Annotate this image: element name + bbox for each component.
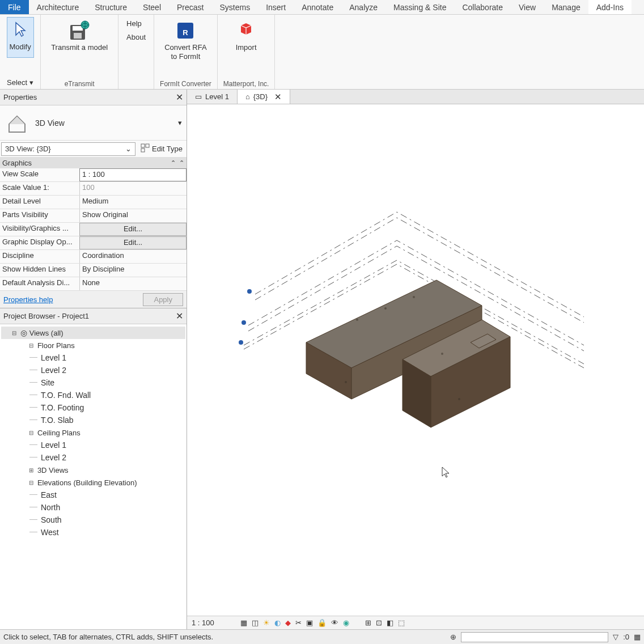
vb-shadows-icon[interactable]: ◐	[274, 618, 281, 627]
properties-close-icon[interactable]: ✕	[176, 92, 183, 103]
apply-button[interactable]: Apply	[143, 293, 183, 306]
viewport[interactable]	[187, 104, 644, 616]
prop-parts-visibility-value[interactable]: Show Original	[79, 209, 187, 222]
vb-highlight-icon[interactable]: ◧	[387, 618, 393, 627]
tree-ceiling-level-2[interactable]: Level 2	[1, 451, 185, 464]
properties-grid: View Scale1 : 100 Scale Value 1:100 Deta…	[0, 168, 187, 291]
prop-visibility-graphics-button[interactable]: Edit...	[79, 223, 187, 236]
vb-crop-region-icon[interactable]: ▣	[306, 618, 313, 627]
tree-ceiling-level-1[interactable]: Level 1	[1, 439, 185, 451]
tree-level-1[interactable]: Level 1	[1, 351, 185, 364]
browser-close-icon[interactable]: ✕	[176, 311, 183, 321]
status-hint: Click to select, TAB for alternates, CTR…	[3, 633, 213, 641]
tree-to-footing[interactable]: T.O. Footing	[1, 401, 185, 414]
properties-footer: Properties help Apply	[0, 291, 187, 308]
content-area: Properties ✕ 3D View ▾ 3D View: {3D} ⌄	[0, 90, 644, 629]
vb-temporary-icon[interactable]: 👁	[331, 618, 338, 627]
tree-south[interactable]: South	[1, 514, 185, 526]
status-input[interactable]	[461, 632, 608, 642]
vb-crop-icon[interactable]: ✂	[295, 618, 302, 627]
tree-north[interactable]: North	[1, 501, 185, 514]
tree-level-2[interactable]: Level 2	[1, 364, 185, 376]
matterport-icon	[236, 20, 256, 41]
tree-to-slab[interactable]: T.O. Slab	[1, 414, 185, 426]
vb-reveal-icon[interactable]: ◉	[343, 618, 349, 627]
tree-elevations[interactable]: ⊟ Elevations (Building Elevation)	[1, 476, 185, 489]
browser-title: Project Browser - Project1	[3, 312, 89, 320]
menu-view[interactable]: View	[511, 0, 544, 14]
select-dropdown[interactable]: Select▾	[3, 77, 37, 88]
worksets-icon[interactable]: ⊕	[450, 633, 456, 641]
view-control-bar: 1 : 100 ▦ ◫ ☀ ◐ ◆ ✂ ▣ 🔒 👁 ◉ ⊞ ⊡ ◧ ⬚	[187, 616, 644, 629]
prop-visibility-graphics-name: Visibility/Graphics ...	[0, 223, 79, 236]
tree-east[interactable]: East	[1, 489, 185, 501]
menu-architecture[interactable]: Architecture	[29, 0, 87, 14]
menu-systems[interactable]: Systems	[211, 0, 258, 14]
browser-tree: ⊟ ◎ Views (all) ⊟ Floor Plans Level 1 Le…	[0, 324, 187, 541]
prop-analysis-display-name: Default Analysis Di...	[0, 277, 79, 290]
svg-rect-6	[141, 144, 145, 147]
menu-analyze[interactable]: Analyze	[341, 0, 385, 14]
tree-views-all[interactable]: ⊟ ◎ Views (all)	[1, 327, 185, 339]
svg-point-20	[384, 307, 387, 310]
menu-structure[interactable]: Structure	[87, 0, 135, 14]
tree-3d-views[interactable]: ⊞ 3D Views	[1, 464, 185, 476]
vb-displacement-icon[interactable]: ⬚	[398, 618, 405, 627]
menu-add-ins[interactable]: Add-Ins	[588, 0, 632, 14]
menu-massing-site[interactable]: Massing & Site	[385, 0, 454, 14]
tree-ceiling-plans[interactable]: ⊟ Ceiling Plans	[1, 426, 185, 439]
menu-manage[interactable]: Manage	[544, 0, 588, 14]
menu-insert[interactable]: Insert	[258, 0, 294, 14]
menu-file[interactable]: File	[0, 0, 29, 14]
browser-header: Project Browser - Project1 ✕	[0, 308, 187, 324]
prop-hidden-lines-name: Show Hidden Lines	[0, 264, 79, 277]
menu-annotate[interactable]: Annotate	[294, 0, 341, 14]
vb-model-icon[interactable]: ◫	[252, 618, 259, 627]
vb-render-icon[interactable]: ◆	[285, 618, 291, 627]
tree-west[interactable]: West	[1, 526, 185, 539]
instance-selector[interactable]: 3D View: {3D} ⌄	[1, 142, 135, 156]
edit-type-button[interactable]: Edit Type	[137, 142, 187, 156]
select-options-icon[interactable]: ▦	[634, 633, 641, 641]
prop-detail-level-value[interactable]: Medium	[79, 196, 187, 209]
prop-discipline-value[interactable]: Coordination	[79, 250, 187, 263]
modify-label: Modify	[9, 43, 31, 52]
floppy-globe-icon	[69, 20, 90, 41]
prop-hidden-lines-value[interactable]: By Discipline	[79, 264, 187, 277]
import-button[interactable]: Import	[231, 18, 261, 54]
vb-lock-icon[interactable]: 🔒	[317, 618, 327, 627]
graphics-section-header[interactable]: Graphics ⌃ ⌃	[0, 158, 187, 168]
tab-3d[interactable]: ⌂ {3D} ✕	[238, 90, 290, 104]
tab-level-1[interactable]: ▭ Level 1	[187, 90, 238, 104]
menu-collaborate[interactable]: Collaborate	[454, 0, 511, 14]
vb-constraints-icon[interactable]: ⊡	[376, 618, 382, 627]
svg-point-10	[242, 320, 246, 325]
filter-icon[interactable]: ▽	[613, 633, 618, 641]
about-button[interactable]: About	[124, 32, 148, 43]
tree-floor-plans[interactable]: ⊟ Floor Plans	[1, 339, 185, 351]
prop-view-scale-value[interactable]: 1 : 100	[79, 168, 187, 181]
house-icon	[5, 111, 29, 135]
prop-analysis-display-value[interactable]: None	[79, 277, 187, 290]
help-button[interactable]: Help	[124, 18, 148, 29]
menu-steel[interactable]: Steel	[135, 0, 169, 14]
vb-analytical-icon[interactable]: ⊞	[365, 618, 371, 627]
tab-close-icon[interactable]: ✕	[274, 92, 282, 102]
vb-sun-icon[interactable]: ☀	[263, 618, 270, 627]
vb-detail-icon[interactable]: ▦	[240, 618, 247, 627]
import-label: Import	[236, 43, 257, 52]
transmit-model-button[interactable]: Transmit a model	[46, 18, 112, 54]
modify-button[interactable]: Modify	[7, 17, 34, 58]
menu-precast[interactable]: Precast	[169, 0, 211, 14]
convert-rfa-button[interactable]: R Convert RFA to FormIt	[160, 18, 211, 63]
cursor-icon	[10, 20, 31, 40]
tree-to-fnd-wall[interactable]: T.O. Fnd. Wall	[1, 389, 185, 401]
tree-site[interactable]: Site	[1, 376, 185, 389]
view-scale-display[interactable]: 1 : 100	[192, 618, 214, 627]
group-matterport-label: Matterport, Inc.	[223, 79, 269, 88]
selection-count: :0	[623, 633, 629, 641]
prop-scale-value-name: Scale Value 1:	[0, 182, 79, 195]
prop-graphic-display-button[interactable]: Edit...	[79, 236, 187, 249]
properties-help-link[interactable]: Properties help	[3, 295, 53, 304]
type-selector[interactable]: 3D View ▾	[0, 105, 187, 141]
